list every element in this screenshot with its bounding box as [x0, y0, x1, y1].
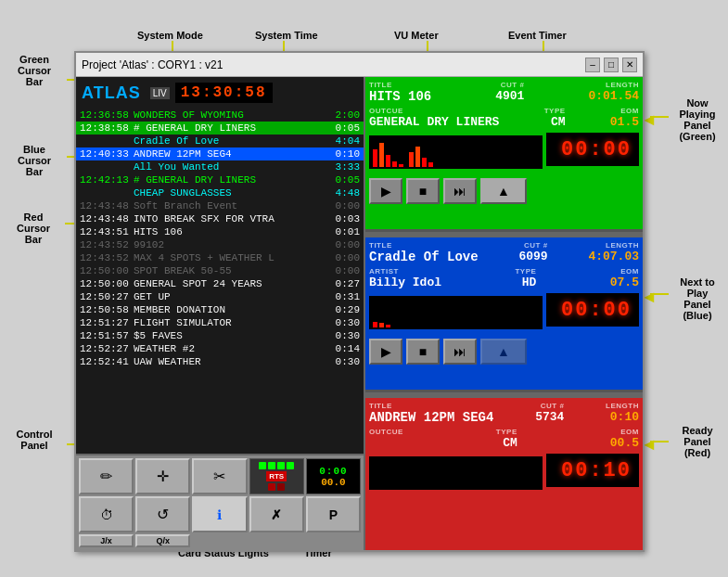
label-vu-meter: VU Meter	[394, 30, 439, 41]
liv-badge: LIV	[150, 87, 170, 99]
ntp-type-label: TYPE	[515, 267, 536, 276]
item-time: 12:36:58	[80, 109, 134, 121]
playlist-item[interactable]: 12:43:52991020:00	[76, 238, 364, 251]
pencil-button[interactable]: ✏	[79, 458, 134, 494]
crosshair-button[interactable]: ✛	[135, 458, 190, 494]
ntp-fade-btn[interactable]: ▲	[480, 339, 527, 365]
info-button[interactable]: ℹ	[192, 496, 247, 532]
playlist-item[interactable]: 12:43:51HITS 1060:01	[76, 225, 364, 238]
ntp-length-label: LENGTH	[588, 241, 639, 250]
now-playing-stop-btn[interactable]: ■	[406, 178, 440, 204]
ready-timer: 00:10	[546, 454, 639, 487]
playlist-item[interactable]: 12:43:52MAX 4 SPOTS + WEATHER L0:00	[76, 251, 364, 264]
timer-display: 0:00	[319, 466, 347, 477]
label-now-playing: NowPlayingPanel(Green)	[669, 97, 726, 142]
label-system-mode: System Mode	[137, 30, 203, 41]
status-light-green4	[287, 462, 294, 469]
now-playing-outcue-label: OUTCUE	[369, 107, 499, 115]
item-duration: 0:31	[332, 291, 360, 302]
item-time: 12:50:00	[80, 278, 134, 289]
ntp-next-btn[interactable]: ⏭	[443, 339, 477, 365]
ready-vu-meter	[369, 456, 543, 490]
label-blue-cursor-bar: BlueCursorBar	[2, 144, 67, 177]
p-button[interactable]: P	[306, 496, 361, 532]
item-duration: 0:05	[332, 174, 360, 186]
item-duration: 4:04	[332, 135, 360, 147]
item-time: 12:50:00	[80, 265, 134, 276]
playlist-item[interactable]: CHEAP SUNGLASSES4:48	[76, 186, 364, 199]
jx-button[interactable]: J/x	[79, 534, 134, 547]
item-duration: 2:00	[332, 109, 360, 121]
item-title: UAW WEATHER	[134, 356, 332, 367]
status-light-red2	[277, 483, 285, 491]
ntp-transport: ▶ ■ ⏭ ▲	[369, 339, 639, 365]
item-time: 12:52:41	[80, 356, 134, 367]
now-playing-timer: 00:00	[546, 133, 639, 166]
playlist-item[interactable]: 12:52:41UAW WEATHER0:30	[76, 355, 364, 368]
item-time: 12:52:27	[80, 343, 134, 354]
item-duration: 0:29	[332, 304, 360, 315]
item-title: MEMBER DONATION	[134, 304, 332, 315]
playlist-item[interactable]: 12:36:58WONDERS OF WYOMING2:00	[76, 109, 364, 122]
now-playing-title: HITS 106	[369, 89, 431, 104]
ready-eom-label: EOM	[610, 428, 639, 436]
status-light-green	[259, 462, 266, 469]
now-playing-eom-label: EOM	[610, 107, 639, 115]
rotate-button[interactable]: ↺	[135, 496, 190, 532]
playlist-item[interactable]: 12:50:00SPOT BREAK 50-550:00	[76, 264, 364, 277]
ntp-stop-btn[interactable]: ■	[406, 339, 440, 365]
item-title: GENERAL SPOT 24 YEARS	[134, 278, 332, 289]
item-time: 12:42:13	[80, 174, 134, 186]
ntp-play-btn[interactable]: ▶	[369, 339, 402, 365]
now-playing-type: CM	[544, 115, 566, 129]
item-duration: 3:33	[332, 161, 360, 173]
playlist-item[interactable]: 12:51:27FLIGHT SIMULATOR0:30	[76, 316, 364, 329]
minimize-button[interactable]: –	[585, 58, 600, 72]
ntp-cut-label: CUT #	[518, 241, 547, 250]
now-playing-outcue: GENERAL DRY LINERS	[369, 115, 499, 129]
playlist-item[interactable]: 12:52:27WEATHER #20:14	[76, 342, 364, 355]
item-time: 12:43:51	[80, 226, 134, 237]
ready-type-label: TYPE	[496, 428, 517, 436]
ready-length: 0:10	[606, 410, 639, 424]
playlist-item[interactable]: 12:50:27GET UP0:31	[76, 290, 364, 303]
item-title: SPOT BREAK 50-55	[134, 265, 332, 276]
timer-display-2: 00.0	[321, 477, 345, 488]
playlist-item[interactable]: 12:38:58# GENERAL DRY LINERS0:05	[76, 122, 364, 135]
playlist-item[interactable]: 12:43:48INTO BREAK SFX FOR VTRA0:03	[76, 212, 364, 225]
item-duration: 0:03	[332, 213, 360, 224]
x-button[interactable]: ✗	[249, 496, 304, 532]
item-title: $5 FAVES	[134, 330, 332, 341]
status-light-green2	[268, 462, 275, 469]
now-playing-play-btn[interactable]: ▶	[369, 178, 402, 204]
item-duration: 0:00	[332, 239, 360, 250]
scissors-button[interactable]: ✂	[192, 458, 247, 494]
now-playing-next-btn[interactable]: ⏭	[443, 178, 477, 204]
playlist-item[interactable]: 12:50:58MEMBER DONATION0:29	[76, 303, 364, 316]
now-playing-vu-meter	[369, 135, 543, 169]
now-playing-cut-label: CUT #	[495, 81, 524, 89]
playlist-item[interactable]: Cradle Of Love4:04	[76, 135, 364, 147]
main-window: Project 'Atlas' : CORY1 : v21 – □ ✕ ATLA…	[74, 51, 645, 552]
item-title: MAX 4 SPOTS + WEATHER L	[134, 252, 332, 263]
ntp-vu-meter	[369, 296, 543, 329]
playlist-item[interactable]: 12:51:57$5 FAVES0:30	[76, 329, 364, 342]
item-time: 12:40:33	[80, 148, 134, 160]
playlist-item[interactable]: All You Wanted3:33	[76, 160, 364, 173]
playlist-item[interactable]: 12:42:13# GENERAL DRY LINERS0:05	[76, 173, 364, 186]
maximize-button[interactable]: □	[604, 58, 619, 72]
ready-title: ANDREW 12PM SEG4	[369, 410, 493, 425]
now-playing-eom: 01.5	[610, 115, 639, 129]
ready-outcue-label: OUTCUE	[369, 428, 403, 436]
clock-button[interactable]: ⏱	[79, 496, 134, 532]
qx-button[interactable]: Q/x	[135, 534, 190, 547]
now-playing-fade-btn[interactable]: ▲	[480, 178, 527, 204]
ntp-title: Cradle Of Love	[369, 250, 479, 264]
ntp-type: HD	[515, 276, 536, 289]
close-button[interactable]: ✕	[622, 58, 637, 72]
playlist-item[interactable]: 12:40:33ANDREW 12PM SEG40:10	[76, 147, 364, 160]
playlist-item[interactable]: 12:50:00GENERAL SPOT 24 YEARS0:27	[76, 277, 364, 290]
ready-cut-label: CUT #	[535, 402, 564, 410]
item-time: 12:43:48	[80, 213, 134, 224]
playlist-item[interactable]: 12:43:48Soft Branch Event0:00	[76, 199, 364, 212]
